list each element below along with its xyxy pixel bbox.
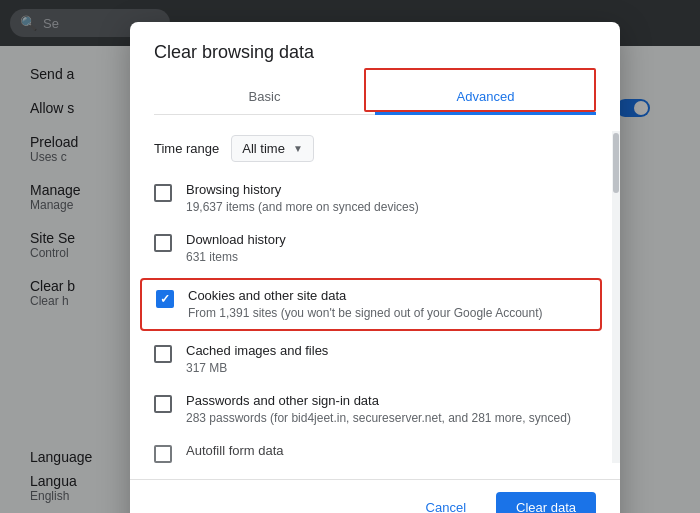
time-range-value: All time — [242, 141, 285, 156]
item-sub-download-history: 631 items — [186, 249, 588, 266]
item-sub-cached-images: 317 MB — [186, 360, 588, 377]
item-cached-images: Cached images and files 317 MB — [130, 335, 612, 385]
scrollbar-thumb[interactable] — [613, 133, 619, 193]
clear-browsing-data-dialog: Clear browsing data Basic Advanced Time … — [130, 22, 620, 513]
tab-basic[interactable]: Basic — [154, 79, 375, 114]
item-sub-browsing-history: 19,637 items (and more on synced devices… — [186, 199, 588, 216]
item-title-autofill: Autofill form data — [186, 443, 588, 458]
time-range-select[interactable]: All time ▼ — [231, 135, 314, 162]
dialog-title: Clear browsing data — [154, 42, 596, 63]
dialog-header: Clear browsing data — [130, 22, 620, 63]
item-cookies-highlighted: Cookies and other site data From 1,391 s… — [140, 278, 602, 332]
time-range-row: Time range All time ▼ — [130, 131, 612, 174]
checkbox-passwords[interactable] — [154, 395, 172, 413]
item-title-browsing-history: Browsing history — [186, 182, 588, 197]
tab-basic-label: Basic — [249, 89, 281, 104]
item-title-download-history: Download history — [186, 232, 588, 247]
item-autofill: Autofill form data — [130, 435, 612, 463]
item-sub-passwords: 283 passwords (for bid4jeet.in, securese… — [186, 410, 588, 427]
item-browsing-history: Browsing history 19,637 items (and more … — [130, 174, 612, 224]
scrollbar-track[interactable] — [612, 131, 620, 463]
item-title-cookies: Cookies and other site data — [188, 288, 586, 303]
item-sub-cookies: From 1,391 sites (you won't be signed ou… — [188, 305, 586, 322]
tabs-container: Basic Advanced — [154, 79, 596, 115]
time-range-label: Time range — [154, 141, 219, 156]
checkbox-cached-images[interactable] — [154, 345, 172, 363]
dialog-footer: Cancel Clear data — [130, 479, 620, 513]
clear-data-button[interactable]: Clear data — [496, 492, 596, 513]
checkbox-cookies[interactable] — [156, 290, 174, 308]
item-passwords: Passwords and other sign-in data 283 pas… — [130, 385, 612, 435]
item-title-passwords: Passwords and other sign-in data — [186, 393, 588, 408]
tab-advanced[interactable]: Advanced — [375, 79, 596, 114]
item-download-history: Download history 631 items — [130, 224, 612, 274]
checkbox-download-history[interactable] — [154, 234, 172, 252]
cancel-button[interactable]: Cancel — [406, 492, 486, 513]
checkbox-autofill[interactable] — [154, 445, 172, 463]
checkbox-browsing-history[interactable] — [154, 184, 172, 202]
tab-advanced-label: Advanced — [457, 89, 515, 104]
dialog-scroll-area: Time range All time ▼ Browsing history 1… — [130, 131, 612, 463]
dialog-body: Time range All time ▼ Browsing history 1… — [130, 115, 620, 479]
item-title-cached-images: Cached images and files — [186, 343, 588, 358]
chevron-down-icon: ▼ — [293, 143, 303, 154]
